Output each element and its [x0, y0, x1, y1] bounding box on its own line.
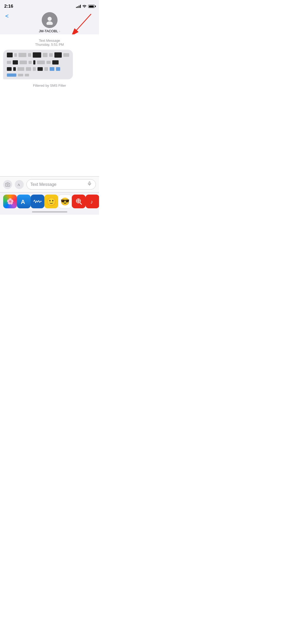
microphone-icon	[87, 181, 92, 187]
dock-app-music[interactable]: ♪	[86, 195, 99, 208]
message-timestamp-header: Text Message Thursday, 5:51 PM	[0, 34, 99, 49]
signal-icon	[76, 5, 81, 8]
svg-text:♪: ♪	[90, 199, 93, 205]
contact-avatar[interactable]	[42, 12, 58, 28]
dock-app-globe[interactable]	[72, 195, 86, 208]
message-input-wrapper[interactable]: Text Message	[26, 179, 96, 190]
back-button[interactable]: <	[3, 12, 11, 21]
status-time: 2:16	[4, 4, 13, 9]
dock-app-photos[interactable]: 🌸	[3, 195, 17, 208]
blurred-row-2	[7, 60, 69, 65]
svg-text:A: A	[21, 199, 25, 205]
status-bar: 2:16	[0, 0, 99, 10]
message-type-label: Text Message	[0, 39, 99, 43]
dock-app-soundhound[interactable]	[31, 195, 44, 208]
blurred-message-content	[7, 52, 69, 77]
svg-line-13	[80, 203, 82, 204]
appstore-button[interactable]: A	[15, 180, 24, 189]
svg-text:A: A	[17, 183, 20, 186]
soundhound-dock-icon	[33, 199, 42, 204]
wifi-icon	[82, 4, 87, 8]
camera-icon	[5, 182, 10, 187]
dock-app-bitmoji[interactable]: 😎	[58, 195, 72, 208]
battery-icon	[88, 5, 95, 8]
message-input[interactable]: Text Message	[30, 182, 87, 187]
message-row	[0, 49, 99, 80]
dock-app-memoji[interactable]: 🙂	[44, 195, 58, 208]
blurred-row-3	[7, 67, 69, 71]
svg-point-1	[46, 21, 53, 25]
contact-name-row[interactable]: JM-TACOBL ›	[39, 29, 60, 33]
messages-scroll[interactable]: Text Message Thursday, 5:51 PM	[0, 34, 99, 171]
message-bubble	[3, 50, 73, 79]
blurred-row-1	[7, 52, 69, 58]
filtered-label: Filtered by SMS Filter	[0, 80, 99, 92]
avatar-icon	[45, 15, 54, 25]
home-indicator	[32, 211, 67, 213]
svg-point-4	[7, 184, 8, 185]
blurred-row-4	[7, 73, 69, 77]
svg-rect-6	[89, 182, 90, 184]
status-icons	[76, 4, 95, 8]
svg-line-3	[71, 14, 91, 36]
contact-name-chevron: ›	[59, 30, 60, 33]
camera-button[interactable]	[3, 180, 12, 189]
input-bar: A Text Message	[0, 176, 99, 192]
globe-search-dock-icon	[75, 197, 83, 205]
appstore-icon: A	[17, 182, 22, 187]
appstore-dock-icon: A	[20, 197, 28, 206]
dock-app-appstore[interactable]: A	[17, 195, 31, 208]
svg-point-0	[48, 17, 52, 21]
music-dock-icon: ♪	[89, 198, 96, 205]
message-time-label: Thursday, 5:51 PM	[0, 43, 99, 47]
nav-header: < JM-TACOBL ›	[0, 10, 99, 36]
contact-name-text: JM-TACOBL	[39, 29, 58, 33]
